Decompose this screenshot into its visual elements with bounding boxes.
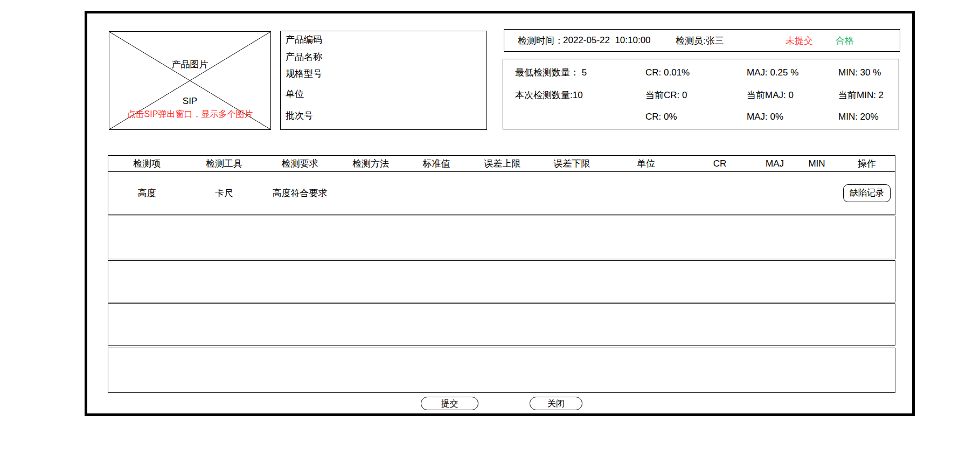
inspection-window: 产品图片 SIP 点击SIP弹出窗口，显示多个图片 产品编码 产品名称 规格型号… xyxy=(0,0,980,449)
stat-maj-rate: MAJ: 0% xyxy=(747,111,783,123)
sip-link[interactable]: SIP xyxy=(109,95,270,107)
field-label-batch-no: 批次号 xyxy=(286,110,313,122)
product-image-label: 产品图片 xyxy=(109,59,270,71)
inspection-table: 检测项 检测工具 检测要求 检测方法 标准值 误差上限 误差下限 单位 CR M… xyxy=(108,155,895,215)
table-empty-row xyxy=(108,303,895,346)
col-header-standard-value: 标准值 xyxy=(405,157,468,170)
product-image-placeholder[interactable]: 产品图片 SIP 点击SIP弹出窗口，显示多个图片 xyxy=(109,31,271,130)
cell-action: 缺陷记录 xyxy=(839,184,895,202)
table-empty-row xyxy=(108,348,895,393)
col-header-unit: 单位 xyxy=(607,157,685,170)
cell-item: 高度 xyxy=(108,187,185,199)
stats-panel: 最低检测数量： 5 CR: 0.01% MAJ: 0.25 % MIN: 30 … xyxy=(503,59,899,129)
stat-current-maj: 当前MAJ: 0 xyxy=(747,89,794,101)
submit-button[interactable]: 提交 xyxy=(421,397,478,410)
close-button[interactable]: 关闭 xyxy=(530,397,582,410)
table-header-row: 检测项 检测工具 检测要求 检测方法 标准值 误差上限 误差下限 单位 CR M… xyxy=(108,156,895,172)
field-label-unit: 单位 xyxy=(286,88,304,100)
stat-min-limit: MIN: 30 % xyxy=(838,67,881,79)
cell-requirement: 高度符合要求 xyxy=(263,187,337,199)
col-header-tool: 检测工具 xyxy=(185,157,263,170)
stat-cr-limit: CR: 0.01% xyxy=(645,67,690,79)
stat-current-qty: 本次检测数量:10 xyxy=(515,89,583,101)
product-info-panel: 产品编码 产品名称 规格型号 单位 批次号 xyxy=(280,31,487,130)
field-label-spec-model: 规格型号 xyxy=(286,68,322,80)
inspection-time-label: 检测时间： xyxy=(518,34,564,47)
inspector-name: 检测员:张三 xyxy=(676,34,724,47)
col-header-min: MIN xyxy=(795,158,839,169)
col-header-upper-tolerance: 误差上限 xyxy=(468,157,537,170)
field-label-product-name: 产品名称 xyxy=(286,51,322,63)
defect-record-button[interactable]: 缺陷记录 xyxy=(843,184,891,202)
sip-hint-text: 点击SIP弹出窗口，显示多个图片 xyxy=(109,108,270,120)
inspection-time-value: 2022-05-22 10:10:00 xyxy=(563,35,651,46)
col-header-cr: CR xyxy=(685,158,755,169)
col-header-method: 检测方法 xyxy=(337,157,405,170)
table-empty-row xyxy=(108,216,895,259)
stat-min-rate: MIN: 20% xyxy=(838,111,879,123)
stat-current-min: 当前MIN: 2 xyxy=(838,89,884,101)
stat-cr-rate: CR: 0% xyxy=(645,111,677,123)
col-header-action: 操作 xyxy=(839,157,895,170)
result-status-badge: 合格 xyxy=(836,34,854,47)
submit-status-badge: 未提交 xyxy=(786,34,813,47)
stat-min-required-qty: 最低检测数量： 5 xyxy=(515,67,587,79)
col-header-lower-tolerance: 误差下限 xyxy=(537,157,607,170)
stat-current-cr: 当前CR: 0 xyxy=(645,89,687,101)
table-empty-row xyxy=(108,260,895,302)
cell-tool: 卡尺 xyxy=(185,187,263,199)
field-label-product-code: 产品编码 xyxy=(286,34,322,46)
col-header-requirement: 检测要求 xyxy=(263,157,337,170)
col-header-item: 检测项 xyxy=(108,157,185,170)
inspection-header-panel: 检测时间： 2022-05-22 10:10:00 检测员:张三 未提交 合格 xyxy=(504,29,900,52)
table-row: 高度 卡尺 高度符合要求 缺陷记录 xyxy=(108,172,895,215)
stat-maj-limit: MAJ: 0.25 % xyxy=(747,67,798,79)
col-header-maj: MAJ xyxy=(755,158,795,169)
